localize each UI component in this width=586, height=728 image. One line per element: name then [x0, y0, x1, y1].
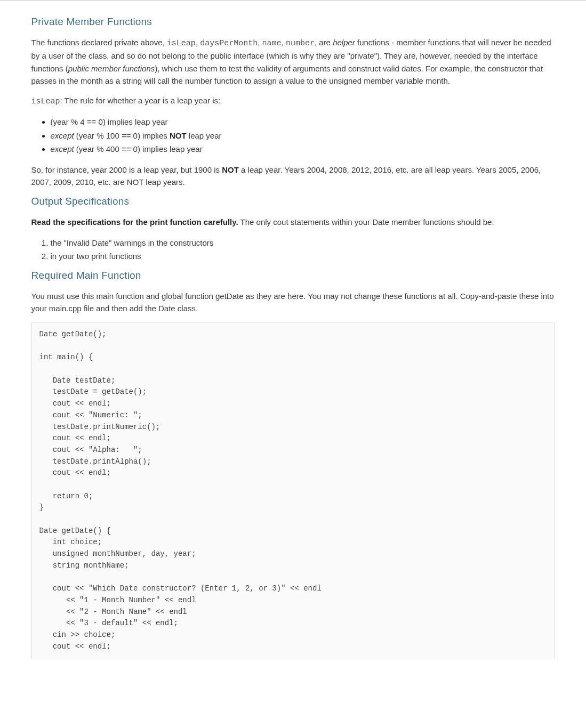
text: leap year [187, 131, 222, 140]
list-item: the "Invalid Date" warnings in the const… [51, 236, 555, 250]
heading-required-main-function: Required Main Function [31, 270, 555, 281]
list-item: except (year % 100 == 0) implies NOT lea… [51, 129, 555, 143]
cout-locations-list: the "Invalid Date" warnings in the const… [31, 236, 555, 263]
paragraph-main-instructions: You must use this main function and glob… [31, 290, 555, 315]
text: : The rule for whether a year is a leap … [60, 96, 221, 105]
em-public-member-functions: public member functions [68, 64, 155, 73]
leap-year-rules-list: (year % 4 == 0) implies leap year except… [31, 115, 555, 156]
text: , [282, 38, 286, 47]
code-name: name [262, 39, 282, 48]
em-except: except [51, 144, 74, 153]
code-dayspermonth: daysPerMonth [200, 39, 258, 48]
heading-private-member-functions: Private Member Functions [31, 16, 555, 28]
document-content: Private Member Functions The functions d… [19, 1, 568, 659]
strong-read-spec: Read the specifications for the print fu… [31, 217, 238, 227]
list-item: except (year % 400 == 0) implies leap ye… [51, 142, 555, 156]
text: So, for instance, year 2000 is a leap ye… [31, 165, 222, 174]
heading-output-specifications: Output Specifications [31, 196, 555, 207]
paragraph-isleap-rule: isLeap: The rule for whether a year is a… [31, 94, 555, 108]
strong-not: NOT [222, 165, 239, 174]
text: (year % 400 == 0) implies leap year [74, 144, 203, 153]
code-isleap: isLeap [31, 97, 60, 106]
text: , [196, 38, 200, 47]
text: , [258, 38, 262, 47]
paragraph-output-spec: Read the specifications for the print fu… [31, 216, 555, 228]
list-item: in your two print functions [51, 249, 555, 263]
code-isleap: isLeap [167, 39, 196, 48]
paragraph-leap-examples: So, for instance, year 2000 is a leap ye… [31, 164, 555, 189]
strong-not: NOT [170, 131, 187, 140]
em-helper: helper [333, 38, 355, 47]
text: The only cout statements within your Dat… [238, 217, 494, 227]
list-item: (year % 4 == 0) implies leap year [51, 115, 555, 129]
text: , are [315, 38, 333, 47]
em-except: except [51, 131, 74, 140]
paragraph-helper-functions: The functions declared private above, is… [31, 36, 555, 87]
text: The functions declared private above, [31, 38, 167, 47]
text: (year % 100 == 0) implies [74, 131, 170, 140]
code-number: number [286, 39, 315, 48]
code-block-main: Date getDate(); int main() { Date testDa… [31, 322, 555, 659]
